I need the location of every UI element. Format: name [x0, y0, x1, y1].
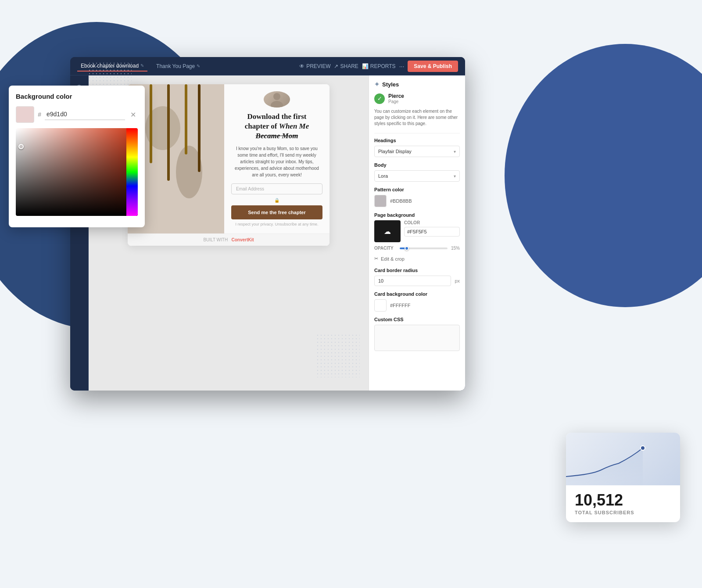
cloud-upload-icon: ☁ — [384, 227, 391, 236]
bg-blob-right — [505, 44, 702, 307]
preview-button[interactable]: 👁 PREVIEW — [299, 63, 330, 69]
card-bg-color-swatch[interactable] — [374, 299, 387, 312]
page-bg-row: ☁ COLOR #F5F5F5 — [374, 220, 460, 242]
landing-card-top: Download the first chapter of When Me Be… — [128, 84, 330, 233]
styles-icon: ✦ — [374, 81, 380, 88]
body-label: Body — [374, 162, 460, 168]
share-icon: ↗ — [334, 63, 338, 69]
opacity-slider[interactable] — [400, 247, 448, 249]
opacity-label: OPACITY — [374, 246, 396, 251]
cta-button[interactable]: Send me the free chapter — [231, 205, 322, 219]
user-info: Pierce Page — [388, 93, 404, 104]
card-bg-color-hex: #FFFFFF — [390, 303, 410, 308]
privacy-text: I respect your privacy. Unsubscribe at a… — [236, 222, 319, 226]
email-placeholder: Email Address — [236, 186, 264, 191]
rainbow-strip[interactable] — [126, 128, 138, 216]
subscribers-content: 10,512 TOTAL SUBSCRIBERS — [566, 485, 680, 522]
styles-panel: ✦ Styles ✓ Pierce Page You can customize… — [369, 75, 465, 391]
opacity-row: OPACITY 15% — [374, 246, 460, 251]
chevron-down-icon: ▾ — [454, 149, 456, 154]
custom-css-label: Custom CSS — [374, 317, 460, 322]
edit-crop-button[interactable]: ✂ Edit & crop — [374, 256, 460, 262]
subscribers-label: TOTAL SUBSCRIBERS — [575, 510, 671, 515]
tab-edit-icon-0: ✎ — [140, 63, 144, 68]
lock-icon: 🔒 — [274, 198, 280, 203]
color-picker-title: Background color — [16, 93, 138, 100]
divider-1 — [374, 133, 460, 133]
reports-icon: 📊 — [362, 63, 369, 69]
tab-thankyou[interactable]: Thank You Page ✎ — [153, 61, 204, 71]
custom-css-textarea[interactable] — [374, 325, 460, 351]
pattern-color-hex: #BDB8BB — [390, 198, 412, 204]
gradient-dark — [16, 128, 138, 216]
hang-item-4 — [198, 84, 201, 172]
page-background-label: Page background — [374, 212, 460, 218]
color-picker-popup: Background color # ✕ — [9, 86, 145, 227]
tab-edit-icon-1: ✎ — [197, 64, 200, 68]
opacity-value: 15% — [451, 246, 460, 251]
headings-label: Headings — [374, 138, 460, 143]
headings-font-select[interactable]: Playfair Display ▾ — [374, 146, 460, 157]
preview-icon: 👁 — [299, 63, 304, 69]
pattern-color-label: Pattern color — [374, 187, 460, 192]
card-bg-color-row: #FFFFFF — [374, 299, 460, 312]
save-publish-button[interactable]: Save & Publish — [408, 61, 458, 72]
landing-heading: Download the first chapter of When Me Be… — [245, 112, 309, 141]
svg-point-2 — [641, 446, 645, 450]
styles-panel-header: ✦ Styles — [374, 81, 460, 88]
user-name: Pierce — [388, 93, 404, 99]
user-check-icon: ✓ — [374, 93, 385, 104]
subscribers-card: 10,512 TOTAL SUBSCRIBERS — [566, 433, 680, 522]
user-card: ✓ Pierce Page — [374, 93, 460, 104]
subscribers-number: 10,512 — [575, 492, 671, 508]
hash-symbol: # — [38, 111, 41, 118]
gradient-cursor — [18, 144, 24, 149]
hang-item-3 — [185, 84, 187, 154]
browser-actions: 👁 PREVIEW ↗ SHARE 📊 REPORTS ··· Save & P… — [299, 61, 458, 72]
email-input-field[interactable]: Email Address — [231, 183, 322, 194]
opacity-thumb — [405, 246, 409, 251]
hex-input[interactable] — [45, 109, 125, 120]
landing-card: Download the first chapter of When Me Be… — [128, 84, 330, 246]
landing-body-text: I know you're a busy Mom, so to save you… — [231, 145, 322, 178]
page-bg-color-col: COLOR #F5F5F5 — [404, 220, 460, 237]
brand-name: ConvertKit — [231, 237, 254, 242]
reports-button[interactable]: 📊 REPORTS — [362, 63, 396, 69]
avatar — [264, 91, 290, 108]
share-button[interactable]: ↗ SHARE — [334, 63, 358, 69]
hang-item-1 — [150, 84, 152, 163]
color-picker-hex-row: # ✕ — [16, 106, 138, 123]
crop-icon: ✂ — [374, 256, 378, 262]
card-border-radius-input[interactable] — [374, 276, 451, 286]
card-bg-color-label: Card background color — [374, 291, 460, 297]
gradient-area[interactable] — [16, 128, 138, 216]
close-btn[interactable]: ✕ — [129, 109, 138, 121]
pattern-color-row: #BDB8BB — [374, 195, 460, 207]
card-border-radius-label: Card border radius — [374, 268, 460, 273]
page-bg-image-picker[interactable]: ☁ — [374, 220, 401, 242]
user-type: Page — [388, 99, 404, 104]
color-swatch-preview[interactable] — [16, 106, 34, 123]
px-unit-label: px — [455, 278, 460, 283]
built-with-footer: BUILT WITH ConvertKit — [128, 233, 330, 246]
page-bg-color-label: COLOR — [404, 220, 460, 225]
dots-pattern-br — [316, 333, 360, 377]
svg-point-1 — [271, 101, 283, 107]
more-button[interactable]: ··· — [399, 63, 405, 70]
chart-svg — [566, 433, 680, 485]
card-border-radius-row: px — [374, 276, 460, 286]
page-bg-color-value[interactable]: #F5F5F5 — [404, 227, 460, 237]
svg-point-0 — [273, 93, 280, 100]
subscribers-chart — [566, 433, 680, 485]
body-font-select[interactable]: Lora ▾ — [374, 170, 460, 182]
page-background-section: ☁ COLOR #F5F5F5 OPACITY 15% ✂ Ed — [374, 220, 460, 262]
user-description: You can customize each element on the pa… — [374, 108, 460, 127]
hang-item-2 — [167, 84, 170, 181]
chevron-down-icon-2: ▾ — [454, 174, 456, 179]
pattern-color-swatch[interactable] — [374, 195, 387, 207]
landing-content: Download the first chapter of When Me Be… — [224, 84, 330, 233]
